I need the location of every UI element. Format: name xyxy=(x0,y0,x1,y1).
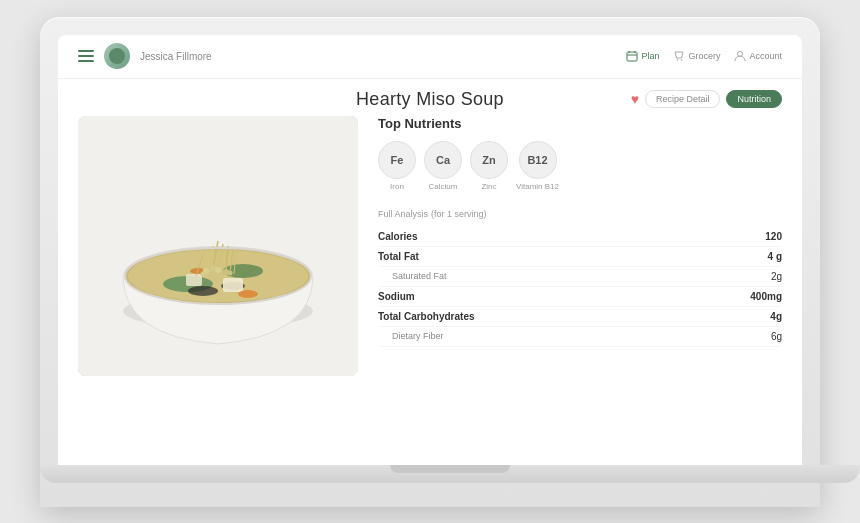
nutrition-section: Top Nutrients Fe Iron Ca Calcium Zn Zin xyxy=(378,116,782,448)
recipe-title: Hearty Miso Soup xyxy=(356,89,504,110)
header-left: Jessica Fillmore xyxy=(78,43,626,69)
svg-point-5 xyxy=(681,59,683,61)
row-value: 120 xyxy=(765,231,782,242)
app-header: Jessica Fillmore Plan xyxy=(58,35,802,79)
table-row: Calories 120 xyxy=(378,227,782,247)
nutrient-zn: Zn Zinc xyxy=(470,141,508,191)
hamburger-line-3 xyxy=(78,60,94,62)
row-label: Saturated Fat xyxy=(378,271,447,281)
nav-plan[interactable]: Plan xyxy=(626,50,659,62)
row-label: Dietary Fiber xyxy=(378,331,444,341)
laptop-screen: Jessica Fillmore Plan xyxy=(58,35,802,465)
row-label: Sodium xyxy=(378,291,415,302)
svg-point-12 xyxy=(128,250,308,302)
nutrient-fe: Fe Iron xyxy=(378,141,416,191)
recipe-actions: ♥ Recipe Detail Nutrition xyxy=(631,90,782,108)
row-value: 2g xyxy=(771,271,782,282)
account-icon xyxy=(734,50,746,62)
nav-plan-label: Plan xyxy=(641,51,659,61)
image-section xyxy=(78,116,358,448)
tab-recipe-detail[interactable]: Recipe Detail xyxy=(645,90,721,108)
nutrient-b12: B12 Vitamin B12 xyxy=(516,141,559,191)
table-row: Total Fat 4 g xyxy=(378,247,782,267)
nutrient-ca-circle: Ca xyxy=(424,141,462,179)
svg-rect-17 xyxy=(223,278,243,292)
nav-account[interactable]: Account xyxy=(734,50,782,62)
recipe-title-bar: Hearty Miso Soup ♥ Recipe Detail Nutriti… xyxy=(58,79,802,116)
row-value: 400mg xyxy=(750,291,782,302)
app-container: Jessica Fillmore Plan xyxy=(58,35,802,465)
table-row: Sodium 400mg xyxy=(378,287,782,307)
user-name: Jessica Fillmore xyxy=(140,51,212,62)
avatar[interactable] xyxy=(104,43,130,69)
table-row: Total Carbohydrates 4g xyxy=(378,307,782,327)
header-right: Plan Grocery xyxy=(626,50,782,62)
heart-icon[interactable]: ♥ xyxy=(631,91,639,107)
svg-rect-18 xyxy=(186,274,202,286)
nutrient-b12-label: Vitamin B12 xyxy=(516,182,559,191)
main-layout: Top Nutrients Fe Iron Ca Calcium Zn Zin xyxy=(58,116,802,458)
food-image xyxy=(78,116,358,376)
svg-point-34 xyxy=(228,270,233,275)
nutrients-grid: Fe Iron Ca Calcium Zn Zinc B12 xyxy=(378,141,782,191)
nav-account-label: Account xyxy=(749,51,782,61)
svg-point-33 xyxy=(201,271,206,276)
nav-grocery[interactable]: Grocery xyxy=(673,50,720,62)
nutrient-zn-label: Zinc xyxy=(481,182,496,191)
row-label: Calories xyxy=(378,231,417,242)
table-row: Saturated Fat 2g xyxy=(378,267,782,287)
nutrient-zn-circle: Zn xyxy=(470,141,508,179)
nutrient-ca-label: Calcium xyxy=(429,182,458,191)
nutrient-ca: Ca Calcium xyxy=(424,141,462,191)
nutrient-b12-circle: B12 xyxy=(519,141,557,179)
avatar-inner xyxy=(109,48,125,64)
row-label: Total Fat xyxy=(378,251,419,262)
analysis-table: Calories 120 Total Fat 4 g Saturated Fat… xyxy=(378,227,782,347)
row-label: Total Carbohydrates xyxy=(378,311,475,322)
svg-point-31 xyxy=(215,267,221,273)
menu-icon[interactable] xyxy=(78,50,94,62)
laptop-frame: Jessica Fillmore Plan xyxy=(40,17,820,507)
svg-point-19 xyxy=(238,290,258,298)
nutrient-fe-circle: Fe xyxy=(378,141,416,179)
hamburger-line-1 xyxy=(78,50,94,52)
nutrient-fe-label: Iron xyxy=(390,182,404,191)
nav-grocery-label: Grocery xyxy=(688,51,720,61)
food-svg xyxy=(78,116,358,376)
top-nutrients-title: Top Nutrients xyxy=(378,116,782,131)
svg-rect-0 xyxy=(627,52,637,61)
hamburger-line-2 xyxy=(78,55,94,57)
svg-point-15 xyxy=(188,286,218,296)
laptop-notch xyxy=(390,465,510,473)
laptop-base xyxy=(40,465,860,483)
grocery-icon xyxy=(673,50,685,62)
svg-point-4 xyxy=(677,59,679,61)
row-value: 6g xyxy=(771,331,782,342)
calendar-icon xyxy=(626,50,638,62)
tab-nutrition[interactable]: Nutrition xyxy=(726,90,782,108)
table-row: Dietary Fiber 6g xyxy=(378,327,782,347)
row-value: 4g xyxy=(770,311,782,322)
full-analysis-title: Full Analysis (for 1 serving) xyxy=(378,207,782,219)
row-value: 4 g xyxy=(768,251,782,262)
